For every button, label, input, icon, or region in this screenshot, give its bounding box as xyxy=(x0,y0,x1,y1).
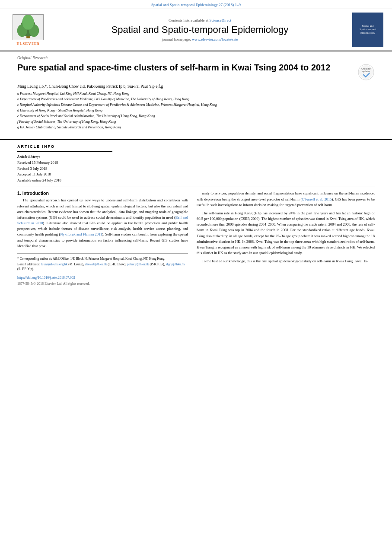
corresponding-author-note: * Corresponding author at: A&E Office, 1… xyxy=(17,256,188,261)
history-label: Article history: xyxy=(17,154,112,159)
bell-ref-link[interactable]: Bell and Schuurman 2010 xyxy=(17,215,188,225)
doi-link[interactable]: https://doi.org/10.1016/j.sste.2018.07.0… xyxy=(17,276,75,280)
journal-thumbnail: Spatial andSpatio-temporalEpidemiology xyxy=(352,13,383,47)
copyright-line: 1877-5845/© 2018 Elsevier Ltd. All right… xyxy=(17,281,188,287)
sciencedirect-link[interactable]: ScienceDirect xyxy=(210,18,231,22)
history-received: Received 15 February 2018 xyxy=(17,160,112,166)
journal-citation-bar: Spatial and Spatio-temporal Epidemiology… xyxy=(0,0,392,9)
ofarrell-ref-link[interactable]: O'Farrell et al. 2015 xyxy=(302,197,331,201)
paper-metadata: Original Research Pure spatial and space… xyxy=(0,51,392,135)
nykiforuk-ref-link[interactable]: Nykiforuk and Flaman 2011 xyxy=(60,232,102,236)
email-ip[interactable]: patricip@hku.hk xyxy=(127,262,149,266)
article-type-label: Original Research xyxy=(17,56,375,60)
check-updates-badge[interactable]: Check for updates xyxy=(357,64,375,81)
history-online: Available online 24 July 2018 xyxy=(17,178,112,184)
sciencedirect-line: Contents lists available at ScienceDirec… xyxy=(52,18,348,22)
email-yip[interactable]: sfjyip@hku.hk xyxy=(166,262,185,266)
history-revised: Revised 3 July 2018 xyxy=(17,166,112,172)
article-info-heading: ARTICLE INFO xyxy=(17,144,112,149)
affiliation-c: c Hospital Authority Infectious Disease … xyxy=(17,102,375,108)
affiliation-e: e Department of Social Work and Social A… xyxy=(17,114,375,119)
article-info-divider xyxy=(17,151,112,152)
journal-name: Spatial and Spatio-temporal Epidemiology xyxy=(52,24,348,35)
affiliation-g: g HK Jockey Club Center of Suicide Resea… xyxy=(17,125,375,130)
affiliation-b: b Department of Paediatrics and Adolesce… xyxy=(17,97,375,102)
elsevier-label: ELSEVIER xyxy=(16,41,40,46)
footnotes-block: * Corresponding author at: A&E Office, 1… xyxy=(17,253,188,287)
homepage-line: journal homepage: www.elsevier.com/locat… xyxy=(52,37,348,41)
article-info-col: ARTICLE INFO Article history: Received 1… xyxy=(17,144,112,183)
elsevier-logo: ELSEVIER xyxy=(9,14,48,46)
journal-thumb-text: Spatial andSpatio-temporalEpidemiology xyxy=(360,25,376,35)
homepage-link[interactable]: www.elsevier.com/locate/sste xyxy=(192,37,238,41)
intro-para-3: The self-harm rate in Hong Kong (HK) has… xyxy=(197,210,375,256)
section-divider xyxy=(0,139,392,140)
intro-body-right: imity to services, population density, a… xyxy=(197,191,375,264)
intro-para-1: The geospatial approach has opened up ne… xyxy=(17,197,188,249)
title-row: Pure spatial and space-time clusters of … xyxy=(17,62,375,81)
journal-title-area: Contents lists available at ScienceDirec… xyxy=(52,18,348,41)
doi-line: https://doi.org/10.1016/j.sste.2018.07.0… xyxy=(17,275,188,280)
content-divider xyxy=(17,187,375,187)
affiliation-a: a Princess Margaret Hospital, Lai King H… xyxy=(17,91,375,96)
article-info-section: ARTICLE INFO Article history: Received 1… xyxy=(0,144,392,183)
svg-text:updates: updates xyxy=(362,70,370,73)
elsevier-tree-image xyxy=(13,14,44,40)
email-chow[interactable]: chowcb@hku.hk xyxy=(85,262,107,266)
abstract-col xyxy=(121,144,375,183)
main-content: 1. Introduction The geospatial approach … xyxy=(0,191,392,287)
affiliation-d: d University of Hong Kong – ShenZhen Hos… xyxy=(17,108,375,113)
history-accepted: Accepted 11 July 2018 xyxy=(17,172,112,178)
intro-para-4: To the best of our knowledge, this is th… xyxy=(197,258,375,264)
authors-line: Ming Leung a,b,*, Chun-Bong Chow c,d, Pa… xyxy=(17,84,375,89)
svg-point-4 xyxy=(22,14,34,29)
affiliations-block: a Princess Margaret Hospital, Lai King H… xyxy=(17,91,375,130)
journal-header: ELSEVIER Contents lists available at Sci… xyxy=(0,9,392,51)
main-right-column: imity to services, population density, a… xyxy=(197,191,375,287)
email-label: E-mail addresses: xyxy=(17,262,40,266)
intro-body-left: The geospatial approach has opened up ne… xyxy=(17,197,188,249)
authors-text: Ming Leung a,b,*, Chun-Bong Chow c,d, Pa… xyxy=(17,84,163,89)
affiliation-f: f Faculty of Social Sciences, The Univer… xyxy=(17,119,375,124)
introduction-title: 1. Introduction xyxy=(17,191,188,196)
email-leung[interactable]: leungm1@ha.org.hk xyxy=(41,262,67,266)
journal-citation-text: Spatial and Spatio-temporal Epidemiology… xyxy=(151,3,241,7)
main-left-column: 1. Introduction The geospatial approach … xyxy=(17,191,188,287)
intro-para-2: imity to services, population density, a… xyxy=(197,191,375,208)
email-note: E-mail addresses: leungm1@ha.org.hk (M. … xyxy=(17,262,188,272)
paper-title: Pure spatial and space-time clusters of … xyxy=(17,62,353,73)
